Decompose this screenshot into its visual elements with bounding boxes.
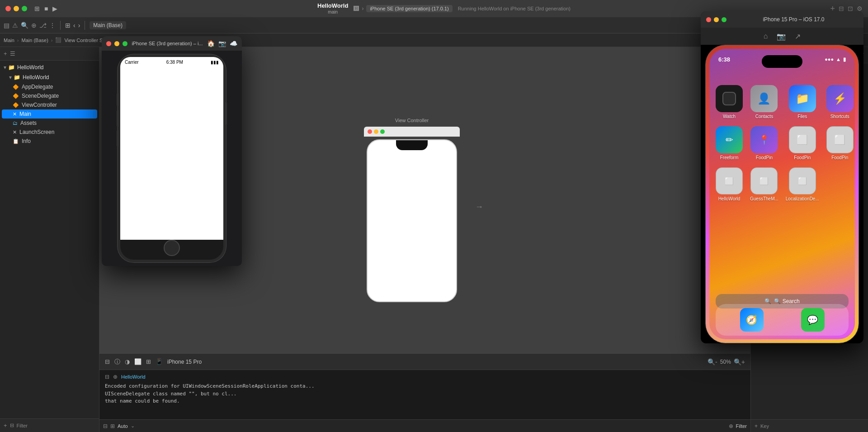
- sidebar-icon[interactable]: ▤: [4, 22, 9, 29]
- fw-home-icon[interactable]: 🏠: [207, 40, 215, 47]
- run-button[interactable]: ▶: [52, 5, 57, 12]
- inspector-footer: + Key: [751, 419, 868, 432]
- foodpin1-label: FoodPin: [756, 155, 773, 160]
- sidebar-item-scenedelegate[interactable]: 🔶 SceneDelegate: [2, 91, 97, 100]
- canvas-icon-info[interactable]: ⓘ: [114, 358, 120, 366]
- sidebar-item-appdelegate[interactable]: 🔶 AppDelegate: [2, 82, 97, 91]
- shortcuts-label: Shortcuts: [830, 114, 849, 119]
- scene-close-icon: [368, 129, 372, 134]
- inspector-footer-icon[interactable]: +: [755, 423, 758, 429]
- breadcrumb-item-main[interactable]: Main: [4, 38, 14, 43]
- se-screen[interactable]: [120, 67, 223, 240]
- app-shortcuts[interactable]: ⚡ Shortcuts: [826, 85, 854, 119]
- filter-icon[interactable]: ⊕: [729, 423, 733, 429]
- canvas-icon-frame[interactable]: ⊟: [105, 358, 110, 365]
- launchscreen-icon: ✕: [13, 129, 17, 135]
- app-foodpin2[interactable]: ⬜ FoodPin: [786, 126, 819, 160]
- sidebar-item-appdelegate-label: AppDelegate: [22, 84, 53, 90]
- sidebar-item-main[interactable]: ✕ Main: [2, 109, 97, 119]
- floating-window-content: Carrier 6:38 PM ▮▮▮: [102, 51, 242, 266]
- fw-maximize-icon[interactable]: [123, 41, 127, 46]
- fw-close-icon[interactable]: [106, 41, 111, 46]
- appdelegate-icon: 🔶: [13, 84, 19, 90]
- active-file-tab[interactable]: Main (Base): [90, 21, 126, 29]
- sidebar-subgroup-label: HelloWorld: [23, 74, 49, 81]
- back-icon[interactable]: ‹: [73, 22, 75, 29]
- traffic-lights: [5, 6, 27, 11]
- console-footer-toggle[interactable]: ⊞: [110, 423, 115, 429]
- iphone-se-device: Carrier 6:38 PM ▮▮▮: [118, 54, 226, 262]
- app-helloworld[interactable]: ⬜ HelloWorld: [716, 167, 743, 201]
- apps-grid: Watch 👤 Contacts 📁 Files: [716, 85, 849, 201]
- sidebar-item-scenedelegate-label: SceneDelegate: [22, 93, 59, 99]
- warning-icon[interactable]: ⚠: [12, 22, 18, 29]
- se-vol-down-button: [117, 130, 118, 147]
- app-files[interactable]: 📁 Files: [786, 85, 819, 119]
- console-line-1: Encoded configuration for UIWindowSceneS…: [105, 383, 745, 390]
- guessm-icon: ⬜: [750, 167, 778, 195]
- iphone15-time: 6:38: [718, 56, 730, 63]
- maximize-button[interactable]: [22, 6, 27, 11]
- breadcrumb-item-mainbase[interactable]: Main (Base): [22, 38, 48, 43]
- canvas-icon-rect[interactable]: ⬜: [134, 358, 142, 365]
- app-foodpin3[interactable]: ⬜ FoodPin: [826, 126, 854, 160]
- sidebar-subgroup-header[interactable]: ▾ 📁 HelloWorld: [0, 72, 99, 82]
- console-icon-1[interactable]: ⊟: [105, 374, 109, 380]
- sim-minimize-icon[interactable]: [714, 17, 719, 22]
- zoom-out-icon[interactable]: 🔍-: [708, 358, 717, 366]
- app-localize[interactable]: ⬜ LocalizationDe...: [786, 167, 819, 201]
- sidebar-plus-icon[interactable]: +: [4, 50, 7, 57]
- forward-icon[interactable]: ›: [78, 22, 80, 29]
- auto-chevron[interactable]: ⌄: [131, 423, 135, 429]
- sim-rotate-icon[interactable]: 📷: [777, 32, 786, 41]
- sidebar-toggle-icon[interactable]: ⊞: [34, 5, 40, 12]
- console-icon-2[interactable]: ⊕: [113, 374, 118, 380]
- search-icon[interactable]: 🔍: [21, 22, 28, 29]
- console-footer-icon[interactable]: ⊟: [103, 423, 108, 429]
- more-icon[interactable]: ⋮: [49, 22, 56, 29]
- sidebar-item-main-label: Main: [19, 111, 31, 117]
- fw-cloud-icon[interactable]: ☁️: [230, 40, 237, 47]
- fw-camera-icon[interactable]: 📷: [218, 40, 226, 47]
- sidebar-item-viewcontroller[interactable]: 🔶 ViewController: [2, 100, 97, 109]
- minimize-button[interactable]: [14, 6, 19, 11]
- localize-label: LocalizationDe...: [786, 196, 819, 201]
- canvas-icon-phone[interactable]: 📱: [156, 358, 163, 365]
- app-guessm[interactable]: ⬜ GuessTheM...: [750, 167, 778, 201]
- stop-button[interactable]: ■: [44, 5, 48, 12]
- guessm-label: GuessTheM...: [750, 196, 778, 201]
- sidebar-filter-toggle-icon[interactable]: ⊟: [10, 423, 14, 428]
- sidebar-add-icon[interactable]: +: [4, 422, 7, 429]
- sim-share-icon[interactable]: ↗: [795, 32, 801, 41]
- device-chip[interactable]: iPhone SE (3rd generation) (17.0.1): [366, 5, 452, 12]
- fw-minimize-icon[interactable]: [114, 41, 119, 46]
- canvas-icon-columns[interactable]: ⊞: [146, 358, 151, 365]
- se-home-button[interactable]: [164, 240, 180, 256]
- sim-maximize-icon[interactable]: [722, 17, 726, 22]
- app-watch[interactable]: Watch: [716, 85, 743, 119]
- close-button[interactable]: [5, 6, 11, 11]
- sidebar-item-info[interactable]: 📋 Info: [2, 137, 97, 146]
- status-icons: ●●● ▲ ▮: [825, 57, 846, 62]
- breadcrumb-sep2: ›: [51, 38, 53, 43]
- sim-close-icon[interactable]: [706, 17, 711, 22]
- app-foodpin1[interactable]: 📍 FoodPin: [750, 126, 778, 160]
- share-icon[interactable]: ⊕: [31, 22, 37, 29]
- sidebar-item-launchscreen[interactable]: ✕ LaunchScreen: [2, 128, 97, 137]
- app-freeform[interactable]: ✏ Freeform: [716, 126, 743, 160]
- sidebar-item-assets[interactable]: 🗂 Assets: [2, 119, 97, 128]
- sidebar-group-header-helloworld[interactable]: ▾ 📁 HelloWorld: [0, 62, 99, 72]
- canvas-phone-model: iPhone 15 Pro: [167, 359, 202, 365]
- dock-messages-icon[interactable]: 💬: [801, 308, 825, 332]
- canvas-icon-contrast[interactable]: ◑: [125, 358, 130, 365]
- sidebar-filter-icon[interactable]: ☰: [10, 50, 15, 57]
- git-icon[interactable]: ⎇: [39, 22, 47, 29]
- sim-home-icon[interactable]: ⌂: [764, 32, 768, 40]
- scene-maximize-icon: [380, 129, 385, 134]
- iphone15-device[interactable]: 6:38 ●●● ▲ ▮ Watch: [705, 45, 859, 343]
- app-contacts[interactable]: 👤 Contacts: [750, 85, 778, 119]
- grid-icon[interactable]: ⊞: [65, 22, 71, 29]
- zoom-in-icon[interactable]: 🔍+: [734, 358, 745, 366]
- inspector-key-label: Key: [760, 423, 769, 429]
- dock-safari-icon[interactable]: 🧭: [740, 308, 764, 332]
